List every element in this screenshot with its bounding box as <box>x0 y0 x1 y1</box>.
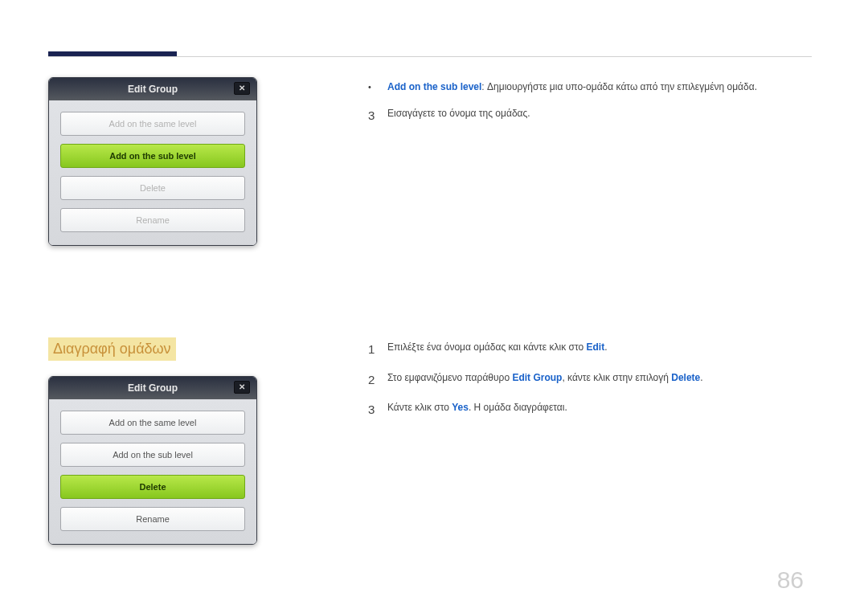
option-rename[interactable]: Rename <box>60 507 245 531</box>
instructions-top: • Add on the sub level: Δημιουργήστε μια… <box>368 79 804 135</box>
keyword-delete: Delete <box>671 372 700 383</box>
option-same-level[interactable]: Add on the same level <box>60 112 245 136</box>
section-title: Διαγραφή ομάδων <box>48 337 176 361</box>
edit-group-dialog-sub: Edit Group ✕ Add on the same level Add o… <box>48 77 257 246</box>
header-rule <box>48 56 812 57</box>
dialog-title-bar: Edit Group ✕ <box>49 78 256 100</box>
dialog-title: Edit Group <box>128 84 178 95</box>
option-rename[interactable]: Rename <box>60 208 245 232</box>
dialog-body: Add on the same level Add on the sub lev… <box>49 399 256 544</box>
step-text: Στο εμφανιζόμενο παράθυρο Edit Group, κά… <box>387 370 703 386</box>
bullet: • <box>368 79 378 96</box>
step-number: 2 <box>368 370 378 390</box>
close-icon[interactable]: ✕ <box>234 381 250 394</box>
option-same-level[interactable]: Add on the same level <box>60 411 245 435</box>
dialog-body: Add on the same level Add on the sub lev… <box>49 100 256 245</box>
step-text: Κάντε κλικ στο Yes. Η ομάδα διαγράφεται. <box>387 399 567 415</box>
option-delete[interactable]: Delete <box>60 475 245 499</box>
keyword-add-sub: Add on the sub level <box>387 81 481 92</box>
option-sub-level[interactable]: Add on the sub level <box>60 443 245 467</box>
page-number: 86 <box>777 566 804 594</box>
step-number: 3 <box>368 399 378 420</box>
step-text: Εισαγάγετε το όνομα της ομάδας. <box>387 105 530 121</box>
instruction-text: Add on the sub level: Δημιουργήστε μια υ… <box>387 79 757 95</box>
step-number: 1 <box>368 339 378 360</box>
edit-group-dialog-delete: Edit Group ✕ Add on the same level Add o… <box>48 376 257 545</box>
keyword-yes: Yes <box>452 402 469 413</box>
dialog-title: Edit Group <box>128 382 178 394</box>
instructions-bottom: 1 Επιλέξτε ένα όνομα ομάδας και κάντε κλ… <box>368 339 804 430</box>
keyword-edit-group: Edit Group <box>512 372 562 383</box>
dialog-title-bar: Edit Group ✕ <box>49 377 256 399</box>
keyword-edit: Edit <box>587 341 605 353</box>
option-sub-level[interactable]: Add on the sub level <box>60 144 245 168</box>
step-number: 3 <box>368 105 378 126</box>
close-icon[interactable]: ✕ <box>234 82 250 95</box>
option-delete[interactable]: Delete <box>60 176 245 200</box>
step-text: Επιλέξτε ένα όνομα ομάδας και κάντε κλικ… <box>387 339 608 355</box>
